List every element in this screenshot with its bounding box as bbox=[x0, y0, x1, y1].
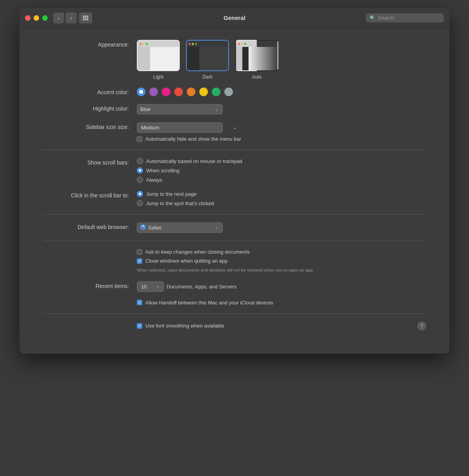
font-smoothing-checkbox[interactable] bbox=[137, 323, 142, 329]
font-smoothing-control: Use font smoothing when available ? bbox=[137, 322, 426, 330]
scroll-when-radio[interactable] bbox=[137, 167, 143, 174]
accent-color-control bbox=[137, 88, 233, 96]
menu-bar-checkbox[interactable] bbox=[137, 136, 142, 142]
recent-items-select[interactable]: 5 10 15 20 25 30 bbox=[137, 281, 164, 292]
ask-keep-changes-label: Ask to keep changes when closing documen… bbox=[145, 249, 250, 255]
scroll-auto-radio[interactable] bbox=[137, 158, 143, 164]
accent-color-label: Accent color: bbox=[43, 88, 137, 95]
highlight-color-control: Blue Purple Pink Red Orange Yellow Green… bbox=[137, 104, 223, 115]
appearance-label: Appearance: bbox=[43, 40, 137, 48]
maximize-button[interactable] bbox=[42, 15, 48, 21]
close-button[interactable] bbox=[25, 15, 30, 21]
font-smoothing-label-empty bbox=[43, 322, 137, 323]
back-button[interactable]: ‹ bbox=[53, 13, 64, 23]
highlight-select-wrapper: Blue Purple Pink Red Orange Yellow Green… bbox=[137, 104, 223, 115]
handoff-label-empty bbox=[43, 300, 137, 301]
click-scroll-bar-label: Click in the scroll bar to: bbox=[43, 191, 137, 199]
handoff-row: Allow Handoff between this Mac and your … bbox=[43, 300, 426, 306]
dark-main bbox=[199, 47, 228, 70]
minimize-button[interactable] bbox=[34, 15, 39, 21]
accent-colors bbox=[137, 88, 233, 96]
accent-orange[interactable] bbox=[187, 88, 195, 96]
highlight-color-select[interactable]: Blue Purple Pink Red Orange Yellow Green… bbox=[137, 104, 223, 115]
scroll-auto-label: Automatically based on mouse or trackpad bbox=[146, 158, 242, 164]
search-input[interactable] bbox=[378, 15, 440, 21]
appearance-dark[interactable]: Dark bbox=[186, 40, 229, 80]
light-thumb bbox=[137, 40, 180, 71]
auto-preview bbox=[236, 41, 277, 70]
recent-items-label: Recent items: bbox=[43, 281, 137, 289]
light-sidebar bbox=[138, 47, 150, 70]
ask-keep-changes-checkbox[interactable] bbox=[137, 249, 142, 255]
font-smoothing-checkbox-row: Use font smoothing when available bbox=[137, 323, 224, 329]
sidebar-size-select-wrapper: Small Medium Large bbox=[137, 122, 241, 133]
appearance-light[interactable]: Light bbox=[137, 40, 180, 80]
help-button[interactable]: ? bbox=[417, 322, 426, 330]
nav-buttons: ‹ › bbox=[53, 13, 77, 23]
click-next-page-row[interactable]: Jump to the next page bbox=[137, 191, 214, 197]
svg-rect-1 bbox=[85, 16, 86, 17]
accent-green[interactable] bbox=[212, 88, 220, 96]
accent-gray[interactable] bbox=[224, 88, 233, 96]
mini-max-a bbox=[244, 43, 246, 45]
menu-bar-checkbox-row: Automatically hide and show the menu bar bbox=[137, 136, 241, 142]
titlebar: ‹ › General 🔍 bbox=[20, 8, 449, 28]
svg-rect-2 bbox=[87, 16, 88, 17]
close-windows-label: Close windows when quitting an app bbox=[145, 258, 227, 264]
handoff-checkbox[interactable] bbox=[137, 300, 142, 305]
svg-rect-5 bbox=[87, 17, 88, 18]
scroll-always-label: Always bbox=[146, 177, 162, 183]
click-scroll-bar-row: Click in the scroll bar to: Jump to the … bbox=[43, 191, 426, 206]
auto-main bbox=[249, 47, 277, 70]
mini-min-d bbox=[192, 43, 194, 45]
mini-max bbox=[146, 43, 148, 45]
recent-items-stepper: 5 10 15 20 25 30 Documents, Apps, and Se… bbox=[137, 281, 236, 292]
forward-button[interactable]: › bbox=[66, 13, 77, 23]
search-bar[interactable]: 🔍 bbox=[366, 13, 444, 22]
mini-close-a bbox=[238, 43, 240, 45]
divider-4 bbox=[43, 313, 426, 314]
accent-color-row: Accent color: bbox=[43, 88, 426, 96]
scroll-when-row[interactable]: When scrolling bbox=[137, 167, 242, 174]
click-spot-radio[interactable] bbox=[137, 200, 143, 206]
default-browser-select[interactable]: Safari Chrome Firefox bbox=[137, 222, 223, 233]
mini-max-d bbox=[195, 43, 197, 45]
handoff-label: Allow Handoff between this Mac and your … bbox=[145, 300, 273, 306]
accent-yellow[interactable] bbox=[199, 88, 208, 96]
close-windows-checkbox[interactable] bbox=[137, 258, 142, 264]
light-main bbox=[150, 47, 179, 70]
highlight-color-label: Highlight color: bbox=[43, 104, 137, 112]
accent-purple[interactable] bbox=[149, 88, 158, 96]
light-preview bbox=[138, 41, 179, 70]
scroll-always-radio[interactable] bbox=[137, 177, 143, 183]
ask-keep-changes-control: Ask to keep changes when closing documen… bbox=[137, 249, 314, 274]
dark-sidebar bbox=[187, 47, 199, 70]
click-scroll-bar-control: Jump to the next page Jump to the spot t… bbox=[137, 191, 214, 206]
svg-rect-8 bbox=[87, 19, 88, 20]
auto-sidebar bbox=[236, 47, 249, 70]
ask-keep-changes-label-empty bbox=[43, 249, 137, 251]
recent-items-control: 5 10 15 20 25 30 Documents, Apps, and Se… bbox=[137, 281, 236, 292]
light-body bbox=[138, 47, 179, 70]
svg-rect-6 bbox=[83, 19, 84, 20]
click-next-page-radio[interactable] bbox=[137, 191, 143, 197]
auto-label: Auto bbox=[252, 74, 262, 80]
accent-pink[interactable] bbox=[162, 88, 170, 96]
appearance-auto[interactable]: Auto bbox=[235, 40, 278, 80]
default-browser-control: Safari Chrome Firefox bbox=[137, 222, 223, 233]
traffic-lights bbox=[25, 15, 48, 21]
auto-titlebar bbox=[236, 41, 277, 47]
svg-rect-7 bbox=[85, 19, 86, 20]
appearance-options: Light bbox=[137, 40, 278, 80]
scroll-always-row[interactable]: Always bbox=[137, 177, 242, 183]
grid-icon bbox=[82, 15, 89, 21]
accent-blue[interactable] bbox=[137, 88, 145, 96]
accent-red[interactable] bbox=[174, 88, 183, 96]
sidebar-icon-size-select[interactable]: Small Medium Large bbox=[137, 122, 223, 133]
default-browser-row: Default web browser: Safari Chrome Firef… bbox=[43, 222, 426, 233]
click-spot-row[interactable]: Jump to the spot that's clicked bbox=[137, 200, 214, 206]
handoff-checkbox-row: Allow Handoff between this Mac and your … bbox=[137, 300, 273, 306]
scroll-auto-row[interactable]: Automatically based on mouse or trackpad bbox=[137, 158, 242, 164]
dark-titlebar bbox=[187, 41, 228, 47]
grid-button[interactable] bbox=[79, 13, 92, 23]
